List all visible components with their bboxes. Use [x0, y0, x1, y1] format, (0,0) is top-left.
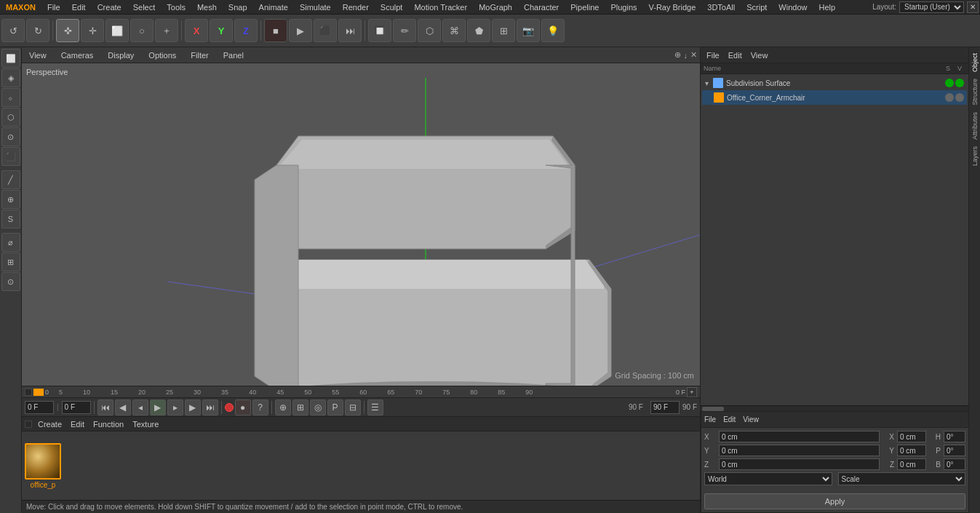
apply-button[interactable]: Apply — [704, 493, 965, 509]
scale-tool-btn[interactable]: ⬜ — [105, 19, 129, 42]
menu-simulate[interactable]: Simulate — [294, 3, 337, 12]
fps-input[interactable] — [650, 401, 680, 414]
auto-key-btn[interactable]: ? — [252, 399, 268, 415]
cube-btn[interactable]: 🔲 — [368, 19, 391, 42]
cam-btn[interactable]: 📷 — [517, 19, 540, 42]
undo-btn[interactable]: ↺ — [1, 19, 25, 42]
rotate-tool-btn[interactable]: ○ — [130, 19, 154, 42]
current-frame-input[interactable] — [25, 401, 54, 414]
record-btn[interactable]: ■ — [264, 19, 287, 42]
attr-view-menu[interactable]: View — [743, 415, 759, 423]
menu-animate[interactable]: Animate — [253, 3, 294, 12]
obj-scrollbar[interactable] — [701, 405, 968, 411]
bp-function-menu[interactable]: Function — [90, 420, 127, 429]
paint-btn[interactable]: ⬟ — [467, 19, 490, 42]
select-tool-btn[interactable]: ✜ — [56, 19, 79, 42]
viewport-3d[interactable]: X Y Z — [22, 63, 700, 386]
menu-create[interactable]: Create — [92, 3, 127, 12]
obj-row-armchair[interactable]: Office_Corner_Armchair — [702, 90, 967, 105]
snap-tool-btn[interactable]: ⊕ — [1, 190, 20, 209]
grid2-btn[interactable]: ⊟ — [345, 399, 361, 415]
obj-view-menu[interactable]: View — [748, 51, 771, 60]
layout-close-btn[interactable]: ✕ — [967, 1, 979, 13]
obj-edit-menu[interactable]: Edit — [725, 51, 745, 60]
obj-row-subdivision[interactable]: ▾ Subdivision Surface — [702, 76, 967, 90]
view-menu[interactable]: View — [25, 47, 51, 63]
redo-btn[interactable]: ↻ — [26, 19, 49, 42]
display-menu[interactable]: Display — [103, 47, 138, 63]
coord-select[interactable]: World — [704, 472, 832, 485]
menu-tools[interactable]: Tools — [161, 3, 191, 12]
menu-snap[interactable]: Snap — [223, 3, 253, 12]
record-indicator[interactable] — [225, 403, 234, 412]
material-item[interactable]: office_p — [25, 443, 61, 489]
bp-create-menu[interactable]: Create — [35, 420, 65, 429]
menu-render[interactable]: Render — [337, 3, 375, 12]
obj-v-indicator[interactable] — [955, 79, 964, 87]
deform-btn[interactable]: ⌘ — [442, 19, 466, 42]
timeline-collapse-btn[interactable] — [25, 389, 32, 396]
menu-window[interactable]: Window — [773, 3, 813, 12]
motion-btn[interactable]: ◎ — [310, 399, 326, 415]
key-btn[interactable]: ● — [235, 399, 251, 415]
attr-p-input[interactable] — [944, 445, 965, 456]
vp-icon-2[interactable]: ↓ — [684, 51, 688, 60]
menu-mesh[interactable]: Mesh — [191, 3, 223, 12]
tab-object[interactable]: Object — [970, 50, 980, 75]
obj-file-menu[interactable]: File — [704, 51, 722, 60]
tl-expand-btn[interactable]: + — [687, 387, 697, 397]
y-axis-btn[interactable]: Y — [210, 19, 233, 42]
next-frame-btn[interactable]: ▸ — [167, 399, 183, 415]
attr-z2-input[interactable] — [897, 458, 926, 470]
poly-mode-btn[interactable]: ⬛ — [1, 147, 20, 166]
poly-btn[interactable]: ⬡ — [418, 19, 441, 42]
menu-help[interactable]: Help — [813, 3, 841, 12]
line-tool-btn[interactable]: ╱ — [1, 170, 20, 189]
armchair-s-indicator[interactable] — [945, 93, 954, 102]
menu-select[interactable]: Select — [127, 3, 162, 12]
bp-texture-menu[interactable]: Texture — [130, 420, 162, 429]
cameras-menu[interactable]: Cameras — [57, 47, 98, 63]
grid-btn[interactable]: ⊞ — [1, 252, 20, 271]
obj-scrollbar-thumb[interactable] — [702, 407, 724, 411]
play-btn[interactable]: ▶ — [289, 19, 312, 42]
next-btn[interactable]: ▶ — [185, 399, 201, 415]
checker-btn[interactable]: ⊞ — [492, 19, 515, 42]
menu-motion-tracker[interactable]: Motion Tracker — [408, 3, 473, 12]
extra-btn[interactable]: ⊙ — [1, 272, 20, 291]
move-tool-btn[interactable]: ✛ — [81, 19, 104, 42]
armchair-v-indicator[interactable] — [955, 93, 964, 102]
point-mode-btn[interactable]: ⊙ — [1, 127, 20, 146]
attr-x2-input[interactable] — [897, 431, 926, 442]
tab-attributes[interactable]: Attributes — [970, 109, 980, 143]
bp-edit-menu[interactable]: Edit — [68, 420, 87, 429]
menu-file[interactable]: File — [41, 3, 66, 12]
tab-layers[interactable]: Layers — [970, 143, 980, 169]
loop2-btn[interactable]: ⊞ — [292, 399, 308, 415]
edge-mode-btn[interactable]: ⬡ — [1, 108, 20, 127]
prev-play-btn[interactable]: ◂ — [132, 399, 148, 415]
menu-pipeline[interactable]: Pipeline — [565, 3, 605, 12]
filter-menu[interactable]: Filter — [186, 47, 212, 63]
attr-y-input[interactable] — [719, 445, 880, 456]
attr-edit-menu[interactable]: Edit — [723, 415, 736, 423]
menu-3dtoall[interactable]: 3DToAll — [701, 3, 741, 12]
add-btn[interactable]: + — [155, 19, 178, 42]
vp-icon-1[interactable]: ⊕ — [674, 50, 681, 60]
jump-start-btn[interactable]: ⏮ — [97, 399, 113, 415]
prev-frame-btn[interactable]: ◀ — [115, 399, 131, 415]
menu-edit[interactable]: Edit — [66, 3, 92, 12]
jump-end-btn[interactable]: ⏭ — [202, 399, 218, 415]
frame-advance-btn[interactable]: ⏭ — [338, 19, 362, 42]
model-mode-btn[interactable]: ⬜ — [1, 49, 20, 68]
tab-structure[interactable]: Structure — [970, 76, 980, 108]
attr-x-input[interactable] — [719, 431, 880, 442]
menu-v-ray-bridge[interactable]: V-Ray Bridge — [643, 3, 702, 12]
pen-btn[interactable]: ✏ — [393, 19, 416, 42]
axis-tool-btn[interactable]: S — [1, 210, 20, 228]
texture-mode-btn[interactable]: ◈ — [1, 68, 20, 87]
stop-btn[interactable]: ⬛ — [314, 19, 337, 42]
light-btn[interactable]: 💡 — [541, 19, 565, 42]
attr-file-menu[interactable]: File — [704, 415, 716, 423]
z-axis-btn[interactable]: Z — [234, 19, 258, 42]
